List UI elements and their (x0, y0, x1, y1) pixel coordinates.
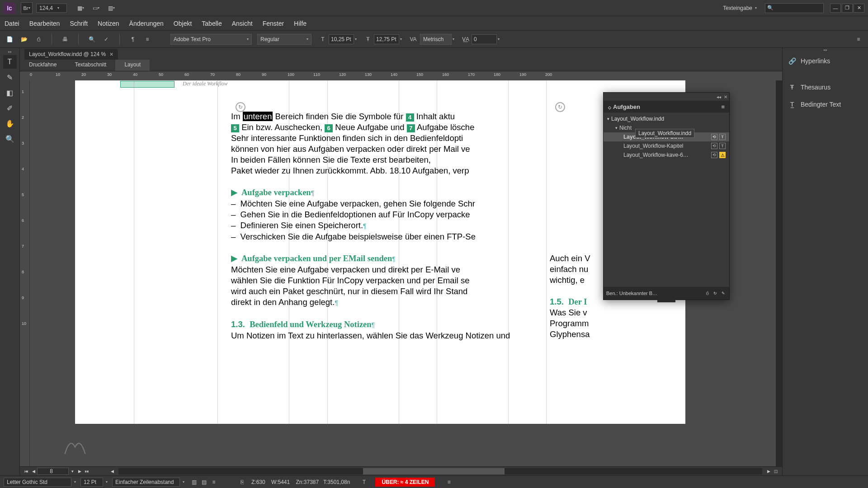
menu-bearbeiten[interactable]: Bearbeiten (29, 20, 60, 27)
columns-icon[interactable]: ▥ (189, 477, 199, 487)
menu-fenster[interactable]: Fenster (263, 20, 284, 27)
view-tab-textabschnitt[interactable]: Textabschnitt (66, 60, 115, 71)
panel-menu-icon[interactable]: ≡ (854, 34, 863, 44)
screen-mode-icon[interactable]: ▭▾ (91, 4, 100, 13)
menu-datei[interactable]: Datei (5, 20, 19, 27)
bridge-label: Br (24, 5, 28, 11)
leading-input[interactable]: 12,75 Pt (374, 34, 399, 44)
collapse-icon[interactable]: ▸▸ (0, 50, 19, 54)
font-size-input[interactable]: 10,25 Pt (329, 34, 354, 44)
tracking-input[interactable]: 0 (472, 34, 497, 44)
ruler-vertical[interactable]: 12345678910 (20, 80, 30, 466)
workspace-label: Texteingabe (723, 5, 752, 11)
close-tab-icon[interactable]: ✕ (109, 52, 113, 57)
assignment-item-label: Layout_Workflow-Kapitel (623, 143, 684, 149)
menu-aenderungen[interactable]: Änderungen (129, 20, 164, 27)
scrollbar-vertical[interactable] (776, 80, 782, 466)
status-spacing-dropdown[interactable]: Einfacher Zeilenabstand (112, 478, 180, 487)
last-page-button[interactable]: ⏭ (83, 468, 90, 474)
kerning-dropdown[interactable]: Metrisch (420, 34, 452, 45)
new-icon[interactable]: 📄 (5, 34, 14, 44)
assignment-root[interactable]: ▾Layout_Workflow.indd (604, 114, 729, 123)
resize-grip[interactable] (657, 300, 675, 302)
open-icon[interactable]: 📂 (19, 34, 29, 44)
eyedropper-tool[interactable]: ✐ (3, 101, 17, 115)
info-icon[interactable]: ⎘ (237, 477, 247, 487)
font-family-value: Adobe Text Pro (174, 36, 211, 42)
workspace-dropdown[interactable]: Texteingabe▾ (723, 5, 757, 11)
next-page-button[interactable]: ▶ (76, 468, 83, 474)
text-stats-icon[interactable]: T (359, 477, 369, 487)
overset-indicator[interactable]: ÜBER: ≈ 4 ZEILEN (375, 478, 435, 487)
menu-objekt[interactable]: Objekt (174, 20, 192, 27)
first-page-button[interactable]: ⏮ (23, 468, 30, 474)
panel-menu-icon[interactable]: ≡ (721, 103, 725, 110)
find-icon[interactable]: 🔍 (87, 34, 97, 44)
note-tool[interactable]: ✎ (3, 70, 17, 84)
scrollbar-horizontal[interactable] (118, 468, 762, 474)
position-tool[interactable]: ◧ (3, 86, 17, 99)
document-tab[interactable]: Layout_Workflow.indd @ 124 % ✕ (24, 49, 118, 60)
checkout-icon[interactable]: ✎ (720, 290, 726, 296)
collapse-panel-icon[interactable]: ◂◂ (717, 94, 721, 99)
menu-hilfe[interactable]: Hilfe (294, 20, 307, 27)
view-tab-druckfahne[interactable]: Druckfahne (20, 60, 66, 71)
panel-menu-icon[interactable]: ≡ (142, 34, 152, 44)
maximize-button[interactable]: ❐ (842, 4, 853, 13)
kerning-value: Metrisch (423, 36, 443, 42)
align-icon[interactable]: ▤ (199, 477, 209, 487)
menu-notizen[interactable]: Notizen (98, 20, 119, 27)
view-options-icon[interactable]: ▦▾ (76, 4, 85, 13)
save-icon[interactable]: ⎙ (33, 34, 43, 44)
zoom-dropdown[interactable]: 124,4▾ (36, 4, 67, 13)
split-view-button[interactable]: ◫ (772, 468, 779, 474)
assignment-item[interactable]: Layout_Workflow-kave-6… ⟲⚠ (604, 150, 729, 160)
collapse-icon[interactable]: ▸▸ (783, 48, 868, 52)
print-icon[interactable]: 🖶 (60, 34, 70, 44)
menubar: Datei Bearbeiten Schrift Notizen Änderun… (0, 16, 868, 31)
zoom-tool[interactable]: 🔍 (3, 132, 17, 145)
spellcheck-icon[interactable]: ✓ (101, 34, 111, 44)
panel-menu-icon[interactable]: ≡ (209, 477, 219, 487)
panel-conditional-text[interactable]: T̲Bedingter Text (783, 96, 868, 113)
minimize-button[interactable]: — (830, 4, 841, 13)
menu-schrift[interactable]: Schrift (70, 20, 88, 27)
update-icon[interactable]: ⎙ (704, 290, 710, 296)
panel-menu-icon[interactable]: ≡ (444, 477, 454, 487)
assignment-item[interactable]: Layout_Workflow-Kapitel ⟲T (604, 141, 729, 150)
status-size-dropdown[interactable]: 12 Pt (80, 478, 103, 487)
page-number-input[interactable]: 8 (37, 468, 69, 475)
status-font-dropdown[interactable]: Letter Gothic Std (4, 478, 71, 487)
arrange-docs-icon[interactable]: ▥▾ (107, 4, 116, 13)
panel-title: Aufgaben (613, 103, 640, 110)
hand-tool[interactable]: ✋ (3, 117, 17, 130)
font-style-dropdown[interactable]: Regular▾ (257, 34, 311, 45)
control-panel: 📄 📂 ⎙ 🖶 🔍 ✓ ¶ ≡ Adobe Text Pro▾ Regular▾… (0, 31, 868, 48)
bridge-button[interactable]: Br▾ (21, 2, 33, 14)
type-tool[interactable]: T (3, 55, 17, 69)
pilcrow-icon[interactable]: ¶ (128, 34, 138, 44)
refresh-icon[interactable]: ↻ (712, 290, 718, 296)
refresh-icon[interactable]: ↻ (555, 102, 565, 112)
prev-page-button[interactable]: ◀ (30, 468, 37, 474)
menu-tabelle[interactable]: Tabelle (202, 20, 222, 27)
tracking-value: 0 (474, 36, 477, 42)
panel-thesaurus[interactable]: ŦThesaurus (783, 79, 868, 96)
warning-icon: ⚠ (719, 152, 726, 158)
body-text[interactable]: Im unteren Bereich finden Sie die Symbol… (231, 111, 520, 341)
scroll-left-button[interactable]: ◀ (108, 468, 116, 474)
refresh-icon[interactable]: ↻ (236, 102, 245, 112)
search-input[interactable]: 🔍 (765, 3, 824, 13)
ruler-origin[interactable] (20, 71, 30, 80)
menu-ansicht[interactable]: Ansicht (232, 20, 253, 27)
close-button[interactable]: ✕ (854, 4, 864, 13)
text-icon: T (719, 134, 726, 140)
scroll-right-button[interactable]: ▶ (765, 468, 772, 474)
chevron-down-icon: ▾ (28, 6, 30, 10)
font-family-dropdown[interactable]: Adobe Text Pro▾ (170, 34, 252, 45)
assignments-panel[interactable]: ◂◂ ✕ ◇Aufgaben ≡ ▾Layout_Workflow.indd ▾… (603, 92, 730, 300)
close-panel-icon[interactable]: ✕ (724, 94, 727, 99)
chevron-down-icon[interactable]: ▾ (69, 468, 76, 474)
panel-hyperlinks[interactable]: 🔗Hyperlinks (783, 52, 868, 70)
view-tab-layout[interactable]: Layout (115, 60, 150, 71)
